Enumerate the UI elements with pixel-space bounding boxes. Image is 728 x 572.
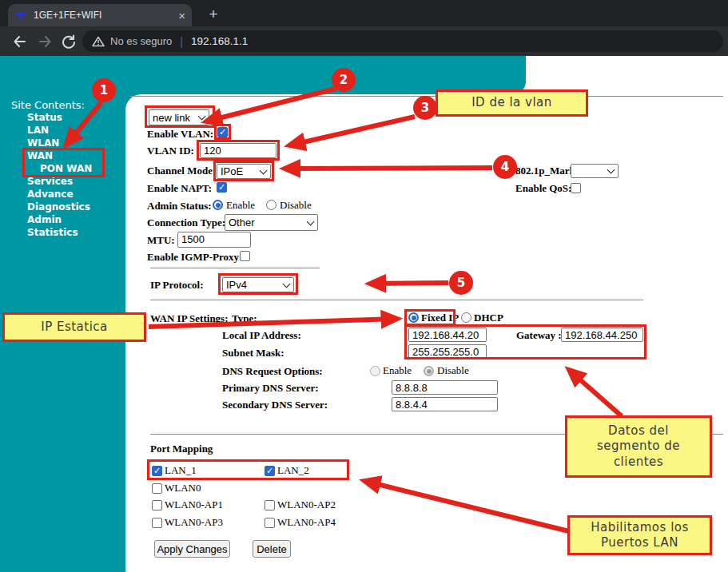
- dns-disable-radio: [424, 366, 434, 376]
- not-secure-label[interactable]: No es seguro: [110, 35, 172, 47]
- enable-vlan-checkbox[interactable]: [217, 127, 228, 137]
- port-lan1-label: LAN_1: [165, 464, 197, 477]
- fixed-ip-radio[interactable]: [408, 312, 419, 323]
- connection-type-select[interactable]: Other: [225, 214, 318, 231]
- delete-button[interactable]: Delete: [253, 540, 291, 558]
- browser-tab[interactable]: 1GE+1FE+WIFI ×: [8, 4, 192, 26]
- chevron-down-icon: [283, 280, 291, 288]
- port-wlan0-ap4-label: WLAN0-AP4: [277, 516, 336, 529]
- tab-close-icon[interactable]: ×: [178, 10, 185, 22]
- local-ip-label: Local IP Address:: [222, 329, 301, 342]
- sidebar-item-admin[interactable]: Admin: [27, 214, 62, 225]
- gateway-label: Gateway :: [516, 329, 562, 342]
- sidebar-item-status[interactable]: Status: [27, 112, 62, 123]
- dns-disable-label: Disable: [437, 364, 469, 377]
- port-mapping-title: Port Mapping: [150, 443, 213, 455]
- admin-status-enable-label: Enable: [226, 199, 255, 212]
- vlan-id-input[interactable]: 120: [200, 143, 276, 158]
- tab-title: 1GE+1FE+WIFI: [34, 10, 178, 21]
- chevron-down-icon: [198, 113, 206, 121]
- port-wlan0-ap1-checkbox[interactable]: [152, 500, 162, 510]
- enable-igmp-proxy-label: Enable IGMP-Proxy:: [147, 251, 242, 264]
- section-divider: [150, 268, 320, 268]
- port-wlan0-label: WLAN0: [165, 482, 201, 495]
- reload-icon[interactable]: [58, 30, 80, 53]
- link-select[interactable]: new link: [149, 109, 209, 125]
- port-lan2-label: LAN_2: [277, 464, 309, 477]
- enable-vlan-label: Enable VLAN:: [147, 128, 213, 141]
- sidebar-item-services[interactable]: Services: [27, 176, 73, 187]
- forward-icon[interactable]: [34, 30, 56, 53]
- sidebar-item-wlan[interactable]: WLAN: [27, 137, 59, 149]
- chevron-down-icon: [607, 166, 615, 174]
- sidebar-item-diagnostics[interactable]: Diagnostics: [27, 201, 90, 213]
- port-wlan0-ap3-checkbox[interactable]: [152, 518, 162, 528]
- port-lan1-checkbox[interactable]: [152, 466, 162, 476]
- address-bar[interactable]: No es seguro | 192.168.1.1: [82, 30, 723, 52]
- secondary-dns-label: Secondary DNS Server:: [222, 399, 328, 411]
- 8021p-mark-select[interactable]: [571, 164, 619, 178]
- enable-napt-label: Enable NAPT:: [147, 182, 212, 195]
- port-wlan0-checkbox[interactable]: [152, 483, 162, 494]
- url-separator: |: [180, 35, 183, 48]
- mtu-label: MTU:: [147, 234, 175, 247]
- sidebar-item-pon-wan[interactable]: PON WAN: [40, 163, 92, 174]
- dns-enable-label: Enable: [383, 364, 412, 377]
- subnet-mask-label: Subnet Mask:: [222, 347, 284, 359]
- admin-status-enable-radio[interactable]: [213, 200, 223, 210]
- sidebar-item-advance[interactable]: Advance: [27, 189, 74, 200]
- enable-qos-label: Enable QoS:: [515, 182, 571, 195]
- connection-type-label: Connection Type:: [147, 216, 225, 229]
- primary-dns-label: Primary DNS Server:: [222, 382, 319, 395]
- note-habilitamos-puertos: Habilitamos los Puertos LAN: [567, 515, 712, 555]
- admin-status-disable-radio[interactable]: [266, 200, 276, 210]
- not-secure-warning-icon: [92, 36, 105, 47]
- arrow-5-to-ip-protocol: [370, 283, 448, 284]
- ip-protocol-select[interactable]: IPv4: [222, 277, 294, 292]
- port-wlan0-ap2-checkbox[interactable]: [265, 500, 275, 510]
- admin-status-label: Admin Status:: [147, 200, 212, 213]
- chevron-down-icon: [307, 217, 315, 225]
- admin-status-disable-label: Disable: [280, 199, 312, 212]
- browser-tab-strip: 1GE+1FE+WIFI × +: [0, 0, 728, 26]
- 8021p-mark-label: 802.1p_Mark: [515, 165, 575, 177]
- arrow-4-to-channel-mode: [284, 168, 492, 169]
- dns-enable-radio: [370, 366, 380, 376]
- back-icon[interactable]: [8, 30, 30, 53]
- step-circle-1: 1: [92, 78, 116, 102]
- note-datos-segmento: Datos del segmento de clientes: [565, 415, 712, 478]
- step-circle-5: 5: [449, 271, 473, 295]
- dns-request-options-label: DNS Request Options:: [222, 365, 323, 378]
- primary-dns-input[interactable]: 8.8.8.8: [392, 380, 498, 395]
- step-circle-2: 2: [332, 68, 356, 92]
- port-lan2-checkbox[interactable]: [265, 466, 275, 476]
- sidebar-title: Site Contents:: [11, 99, 85, 111]
- mtu-input[interactable]: 1500: [177, 232, 251, 248]
- note-id-vlan: ID de la vlan: [436, 89, 588, 117]
- sidebar-item-statistics[interactable]: Statistics: [27, 227, 78, 238]
- screenshot-root: 1GE+1FE+WIFI × + No es seguro | 192.168.…: [0, 0, 728, 572]
- sidebar-item-lan[interactable]: LAN: [27, 125, 49, 136]
- sidebar-item-wan[interactable]: WAN: [27, 150, 53, 161]
- fixed-ip-label: Fixed IP: [421, 312, 459, 324]
- dhcp-radio[interactable]: [461, 312, 471, 323]
- arrow-habilitamos-to-lan-ports: [364, 481, 569, 531]
- gateway-input[interactable]: 192.168.44.250: [561, 328, 643, 342]
- arrow-datos-to-ip-fields: [569, 370, 622, 416]
- favicon-router-logo: [14, 10, 27, 21]
- secondary-dns-input[interactable]: 8.8.4.4: [392, 397, 498, 411]
- port-wlan0-ap4-checkbox[interactable]: [265, 518, 275, 528]
- step-circle-4: 4: [493, 155, 517, 179]
- section-divider: [150, 300, 643, 300]
- channel-mode-select[interactable]: IPoE: [217, 164, 271, 179]
- subnet-mask-input[interactable]: 255.255.255.0: [408, 344, 487, 359]
- wan-ip-settings-label: WAN IP Settings:: [150, 312, 229, 325]
- enable-napt-checkbox[interactable]: [217, 182, 227, 193]
- apply-changes-button[interactable]: Apply Changes: [154, 540, 230, 558]
- channel-mode-label: Channel Mode: [147, 165, 213, 177]
- url-text[interactable]: 192.168.1.1: [191, 35, 248, 47]
- local-ip-input[interactable]: 192.168.44.20: [408, 328, 487, 342]
- new-tab-button[interactable]: +: [203, 4, 224, 25]
- enable-qos-checkbox[interactable]: [571, 183, 581, 193]
- enable-igmp-proxy-checkbox[interactable]: [240, 251, 250, 261]
